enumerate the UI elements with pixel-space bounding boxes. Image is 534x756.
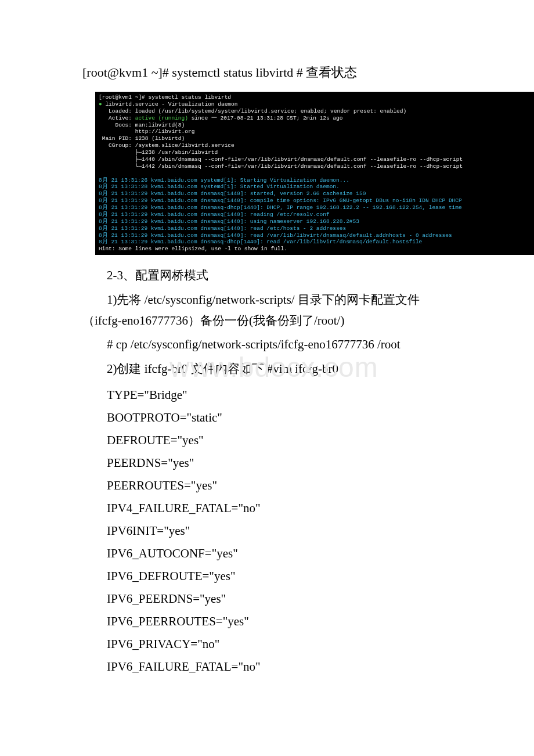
command-header: [root@kvm1 ~]# systemctl status libvirtd…	[82, 64, 453, 81]
term-line: Docs: man:libvirtd(8)	[99, 122, 185, 128]
term-line: libvirtd.service - Virtualization daemon	[102, 101, 238, 107]
term-line: 8月 21 13:31:29 kvm1.baidu.com dnsmasq[14…	[99, 225, 346, 232]
term-line: 8月 21 13:31:29 kvm1.baidu.com dnsmasq[14…	[99, 211, 330, 218]
terminal-output: [root@kvm1 ~]# systemctl status libvirtd…	[95, 92, 534, 255]
term-line: 8月 21 13:31:26 kvm1.baidu.com systemd[1]…	[99, 177, 349, 183]
paragraph: 2)创建 ifcfg-br0 文件内容如下 #vim ifcfg-br0	[82, 359, 453, 380]
term-line: 8月 21 13:31:29 kvm1.baidu.com dnsmasq[14…	[99, 197, 462, 204]
config-line: IPV6_DEFROUTE="yes"	[107, 569, 453, 584]
term-line: since 一 2017-08-21 13:31:28 CST; 2min 12…	[188, 115, 343, 121]
term-line: 8月 21 13:31:28 kvm1.baidu.com systemd[1]…	[99, 183, 340, 190]
config-line: IPV6_PEERDNS="yes"	[107, 592, 453, 606]
term-line: Loaded: loaded (/usr/lib/systemd/system/…	[99, 108, 406, 114]
config-line: IPV6_PRIVACY="no"	[107, 637, 453, 651]
term-line: ├─1238 /usr/sbin/libvirtd	[99, 149, 218, 156]
section-heading: 2-3、配置网桥模式	[82, 265, 453, 286]
term-line: ├─1440 /sbin/dnsmasq --conf-file=/var/li…	[99, 156, 463, 163]
term-line: └─1442 /sbin/dnsmasq --conf-file=/var/li…	[99, 163, 463, 170]
term-line: 8月 21 13:31:29 kvm1.baidu.com dnsmasq[14…	[99, 232, 452, 239]
config-line: TYPE="Bridge"	[107, 388, 453, 402]
paragraph: 1)先将 /etc/sysconfig/network-scripts/ 目录下…	[82, 290, 453, 331]
config-line: IPV6INIT="yes"	[107, 524, 453, 538]
term-line: Main PID: 1238 (libvirtd)	[99, 135, 185, 142]
term-line: [root@kvm1 ~]# systemctl status libvirtd	[99, 94, 231, 100]
term-line: 8月 21 13:31:29 kvm1.baidu.com dnsmasq-dh…	[99, 204, 462, 211]
term-line: http://libvirt.org	[99, 128, 194, 135]
config-line: BOOTPROTO="static"	[107, 411, 453, 425]
config-line: PEERROUTES="yes"	[107, 478, 453, 493]
config-line: IPV4_FAILURE_FATAL="no"	[107, 501, 453, 516]
config-line: IPV6_AUTOCONF="yes"	[107, 546, 453, 561]
term-line: Active:	[99, 115, 135, 121]
config-line: DEFROUTE="yes"	[107, 433, 453, 448]
config-line: IPV6_FAILURE_FATAL="no"	[107, 660, 453, 674]
command-line: # cp /etc/sysconfig/network-scripts/ifcf…	[82, 334, 453, 355]
config-line: IPV6_PEERROUTES="yes"	[107, 614, 453, 629]
config-line: PEERDNS="yes"	[107, 456, 453, 470]
term-line: 8月 21 13:31:29 kvm1.baidu.com dnsmasq-dh…	[99, 239, 422, 245]
term-line: 8月 21 13:31:29 kvm1.baidu.com dnsmasq[14…	[99, 190, 366, 197]
term-line: Hint: Some lines were ellipsized, use -l…	[99, 246, 287, 252]
term-active-status: active (running)	[135, 115, 188, 121]
term-line: CGroup: /system.slice/libvirtd.service	[99, 142, 234, 149]
term-line: 8月 21 13:31:29 kvm1.baidu.com dnsmasq[14…	[99, 218, 359, 225]
